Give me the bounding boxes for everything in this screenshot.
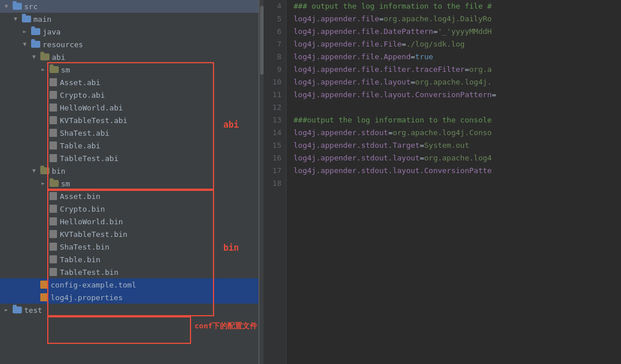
code-line-10: log4j.appender.file.layout=org.apache.lo… xyxy=(294,76,621,89)
code-val-9: org.a xyxy=(469,63,492,76)
code-line-15: log4j.appender.stdout.Target=System.out xyxy=(294,139,621,152)
code-content: ### output the log information to the fi… xyxy=(287,0,621,364)
code-key-16: log4j.appender.stdout.layout xyxy=(294,152,420,164)
code-editor-panel: 4 5 6 7 8 9 10 11 12 13 14 15 16 17 18 #… xyxy=(264,0,621,364)
code-line-13: ###output the log information to the con… xyxy=(294,114,621,127)
folder-icon-abi-sm xyxy=(49,66,59,73)
folder-icon-test xyxy=(13,306,22,313)
label-test: test xyxy=(24,306,42,315)
label-bin: bin xyxy=(52,167,65,175)
folder-icon-java xyxy=(31,28,40,35)
tree-item-resources[interactable]: resources xyxy=(0,38,258,51)
label-asset-bin: Asset.bin xyxy=(60,192,100,201)
folder-icon-bin xyxy=(40,167,49,174)
label-kvtable-bin: KVTableTest.bin xyxy=(60,230,127,239)
code-key-11: log4j.appender.file.layout.ConversionPat… xyxy=(294,89,492,101)
file-icon-config-toml xyxy=(40,281,48,289)
code-key-8: log4j.appender.file.Append xyxy=(294,51,411,63)
code-comment-4: ### output the log information to the fi… xyxy=(294,0,492,13)
label-config-toml: config-example.toml xyxy=(51,281,136,289)
folder-icon-main xyxy=(22,16,31,22)
code-line-16: log4j.appender.stdout.layout=org.apache.… xyxy=(294,152,621,164)
tree-item-asset-bin[interactable]: Asset.bin xyxy=(0,190,258,202)
tree-item-kvtable-bin[interactable]: KVTableTest.bin xyxy=(0,228,258,240)
file-icon-crypto-abi xyxy=(49,91,57,99)
code-comment-13: ###output the log information to the con… xyxy=(294,114,492,127)
code-line-12 xyxy=(294,101,621,114)
tree-item-crypto-bin[interactable]: Crypto.bin xyxy=(0,202,258,215)
code-val-5: org.apache.log4j.DailyRo xyxy=(384,13,492,25)
arrow-java xyxy=(23,28,30,35)
label-src: src xyxy=(24,2,37,11)
tree-item-main[interactable]: main xyxy=(0,13,258,25)
file-icon-asset-bin xyxy=(49,192,57,200)
file-icon-crypto-bin xyxy=(49,205,57,213)
label-table-abi: Table.abi xyxy=(60,141,100,150)
label-abi-sm: sm xyxy=(61,66,70,74)
file-tree-panel: src main java resources abi abi sm Asset… xyxy=(0,0,259,364)
code-line-11: log4j.appender.file.layout.ConversionPat… xyxy=(294,89,621,101)
tree-item-src[interactable]: src xyxy=(0,0,258,13)
tree-item-config-toml[interactable]: config-example.toml xyxy=(0,278,258,291)
code-line-6: log4j.appender.file.DatePattern='_'yyyyM… xyxy=(294,25,621,38)
code-line-18 xyxy=(294,177,621,190)
label-java: java xyxy=(43,28,60,36)
label-helloworld-abi: HelloWorld.abi xyxy=(60,104,123,112)
label-asset-abi: Asset.abi xyxy=(60,78,100,87)
label-kvtable-abi: KVTableTest.abi xyxy=(60,116,127,125)
tree-item-asset-abi[interactable]: Asset.abi xyxy=(0,76,258,89)
code-val-10: org.apache.log4j. xyxy=(415,76,492,89)
tree-item-tabletest-bin[interactable]: TableTest.bin xyxy=(0,266,258,278)
label-crypto-abi: Crypto.abi xyxy=(60,91,105,99)
label-log4j-props: log4j.properties xyxy=(51,293,123,302)
code-line-5: log4j.appender.file=org.apache.log4j.Dai… xyxy=(294,13,621,25)
code-key-14: log4j.appender.stdout xyxy=(294,127,388,139)
file-icon-kvtable-abi xyxy=(49,116,57,124)
label-main: main xyxy=(33,15,51,24)
tree-item-bin-sm[interactable]: sm xyxy=(0,177,258,190)
code-key-15: log4j.appender.stdout.Target xyxy=(294,139,420,152)
tree-item-abi-sm[interactable]: sm xyxy=(0,63,258,76)
arrow-test xyxy=(5,306,12,313)
tree-item-helloworld-bin[interactable]: HelloWorld.bin xyxy=(0,215,258,228)
tree-item-bin[interactable]: bin xyxy=(0,164,258,177)
tree-item-test[interactable]: test xyxy=(0,304,258,316)
arrow-resources xyxy=(23,41,30,48)
code-line-8: log4j.appender.file.Append=true xyxy=(294,51,621,63)
code-val-15: System.out xyxy=(424,139,469,152)
file-icon-tabletest-bin xyxy=(49,268,57,276)
line-numbers: 4 5 6 7 8 9 10 11 12 13 14 15 16 17 18 xyxy=(264,0,287,364)
folder-icon-bin-sm xyxy=(49,180,59,187)
tree-item-shatest-abi[interactable]: ShaTest.abi xyxy=(0,127,258,139)
tree-item-table-abi[interactable]: Table.abi xyxy=(0,139,258,152)
tree-item-table-bin[interactable]: Table.bin xyxy=(0,253,258,266)
code-line-17: log4j.appender.stdout.layout.ConversionP… xyxy=(294,164,621,177)
arrow-src xyxy=(5,3,12,10)
tree-item-kvtable-abi[interactable]: KVTableTest.abi xyxy=(0,114,258,127)
file-icon-shatest-bin xyxy=(49,243,57,251)
code-val-8: true xyxy=(415,51,433,63)
file-icon-tabletest-abi xyxy=(49,154,57,162)
file-icon-helloworld-abi xyxy=(49,104,57,112)
label-tabletest-abi: TableTest.abi xyxy=(60,154,119,163)
tree-item-shatest-bin[interactable]: ShaTest.bin xyxy=(0,240,258,253)
label-abi: abi xyxy=(52,53,65,62)
code-line-9: log4j.appender.file.filter.traceFilter=o… xyxy=(294,63,621,76)
code-val-14: org.apache.log4j.Conso xyxy=(393,127,492,139)
code-val-6: '_'yyyyMMddH xyxy=(437,25,492,38)
file-icon-table-bin xyxy=(49,255,57,263)
tree-item-tabletest-abi[interactable]: TableTest.abi xyxy=(0,152,258,164)
label-shatest-abi: ShaTest.abi xyxy=(60,129,109,137)
tree-item-log4j-props[interactable]: log4j.properties xyxy=(0,291,258,304)
tree-item-java[interactable]: java xyxy=(0,25,258,38)
file-icon-helloworld-bin xyxy=(49,217,57,225)
folder-icon-resources xyxy=(31,41,40,48)
code-key-6: log4j.appender.file.DatePattern xyxy=(294,25,433,38)
arrow-bin-sm xyxy=(41,180,48,187)
tree-item-abi[interactable]: abi xyxy=(0,51,258,63)
label-bin-sm: sm xyxy=(61,179,70,188)
tree-item-crypto-abi[interactable]: Crypto.abi xyxy=(0,89,258,101)
conf-box-label: conf下的配置文件 xyxy=(195,321,257,331)
tree-item-helloworld-abi[interactable]: HelloWorld.abi xyxy=(0,101,258,114)
file-icon-shatest-abi xyxy=(49,129,57,137)
